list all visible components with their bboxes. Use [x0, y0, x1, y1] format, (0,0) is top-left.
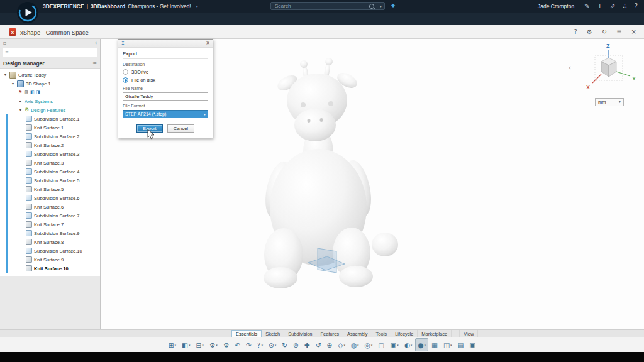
grid-icon[interactable]: ▦ ▾	[429, 338, 440, 351]
expand-caret[interactable]: ▾	[18, 108, 23, 112]
close-icon[interactable]: ×	[631, 29, 636, 35]
chevron-down-icon[interactable]: ▾	[202, 343, 204, 347]
chevron-down-icon[interactable]: ▾	[371, 343, 373, 347]
radio-3ddrive[interactable]: 3DDrive	[123, 69, 208, 75]
tree-item[interactable]: Knit Surface.10	[0, 264, 100, 273]
redo-icon[interactable]: ↷ ▾	[243, 338, 254, 351]
tree-item[interactable]: Subdivision Surface.4	[0, 167, 100, 176]
chevron-down-icon[interactable]: ▾	[616, 99, 623, 106]
pan-icon[interactable]: ✚ ▾	[302, 338, 313, 351]
tree-item[interactable]: Knit Surface.9	[0, 255, 100, 264]
radio-file-on-disk[interactable]: File on disk	[123, 77, 208, 83]
hidden-edges-icon[interactable]: ▢ ▾	[375, 338, 387, 351]
zoom-area-icon[interactable]: ⊙ ▾	[266, 338, 279, 351]
ribbon-tab[interactable]: Sketch	[262, 330, 284, 337]
wireframe-icon[interactable]: ◍ ▾	[348, 338, 362, 351]
tree-item[interactable]: Knit Surface.7	[0, 220, 100, 229]
tree-node-giraffe-teddy[interactable]: ▾ Giraffe Teddy	[0, 70, 100, 79]
tree-node-design-features[interactable]: ▾ ⚙ Design Features	[0, 106, 100, 114]
file-name-input[interactable]	[123, 92, 208, 101]
tree-node-axis-systems[interactable]: ▸ Axis Systems	[0, 97, 100, 106]
material-icon[interactable]: ◐ ▾	[402, 338, 415, 351]
zoom-icon[interactable]: ⊕ ▾	[325, 338, 335, 351]
tree-item[interactable]: Subdivision Surface.6	[0, 194, 100, 202]
tree-item[interactable]: Knit Surface.5	[0, 185, 100, 194]
tree-filter-input[interactable]	[11, 49, 95, 56]
expand-caret[interactable]: ▾	[3, 73, 8, 77]
chevron-down-icon[interactable]: ▾	[343, 343, 345, 347]
menu-icon[interactable]: ≡	[616, 29, 621, 35]
search-input[interactable]	[274, 3, 367, 9]
tree-item[interactable]: Subdivision Surface.9	[0, 229, 100, 238]
update-icon[interactable]: ↻ ▾	[279, 338, 290, 351]
export-icon[interactable]: ⊟ ▾	[194, 338, 206, 351]
ribbon-tab[interactable]: View	[459, 330, 478, 337]
split-view-icon[interactable]: ◫ ▾	[441, 338, 454, 351]
cancel-button[interactable]: Cancel	[167, 124, 194, 133]
tree-item[interactable]: Knit Surface.8	[0, 238, 100, 246]
chevron-down-icon[interactable]: ▾	[357, 343, 359, 347]
view-compass[interactable]: Z X Y	[577, 40, 640, 98]
center-view-icon[interactable]: ⊚ ▾	[291, 338, 301, 351]
tree-item[interactable]: Subdivision Surface.3	[0, 150, 100, 158]
undo-icon[interactable]: ↶ ▾	[232, 338, 243, 351]
tree-item[interactable]: Subdivision Surface.2	[0, 132, 100, 141]
tree-item[interactable]: Subdivision Surface.1	[0, 114, 100, 123]
help-icon[interactable]: ?	[635, 3, 638, 9]
ribbon-tab[interactable]: Lifecycle	[391, 330, 418, 337]
help-icon[interactable]: ?	[574, 29, 577, 35]
shaded-view-icon[interactable]: ● ▾	[415, 338, 428, 351]
search-icon[interactable]	[369, 4, 374, 9]
dashboard-context[interactable]: Champions - Get Involved!	[128, 3, 191, 9]
panel-dock-icon[interactable]: ▫	[3, 41, 6, 46]
cylinder-view-icon[interactable]: ◎ ▾	[362, 338, 375, 351]
chevron-down-icon[interactable]: ▾	[411, 343, 413, 347]
tree-item[interactable]: Knit Surface.6	[0, 202, 100, 211]
import-icon[interactable]: ⊞ ▾	[166, 338, 179, 351]
tree-item[interactable]: Subdivision Surface.5	[0, 176, 100, 185]
global-search[interactable]: ▾	[270, 2, 385, 10]
ribbon-tab[interactable]: Tools	[372, 330, 392, 337]
search-options-caret[interactable]: ▾	[380, 4, 382, 8]
mesh-rep-icon[interactable]: ▨	[24, 90, 28, 95]
radio-circle-checked[interactable]	[123, 77, 128, 83]
rotate-icon[interactable]: ↺ ▾	[313, 338, 324, 351]
options-gear-icon[interactable]: ⚙ ▾	[221, 338, 231, 351]
user-name[interactable]: Jade Crompton	[538, 3, 574, 9]
right-panel-collapse-chevron[interactable]: ‹	[569, 64, 571, 71]
units-dropdown[interactable]: mm ▾	[595, 98, 624, 106]
flag-icon[interactable]: ⚑	[18, 90, 22, 95]
chevron-down-icon[interactable]: ▾	[275, 343, 277, 347]
screen-icon[interactable]: ▣ ▾	[467, 338, 478, 351]
refresh-icon[interactable]: ↻	[602, 29, 607, 35]
layers-icon[interactable]: ▤ ▾	[455, 338, 466, 351]
tag-icon[interactable]: ◆	[391, 3, 395, 8]
tree-item[interactable]: Subdivision Surface.7	[0, 211, 100, 220]
add-icon[interactable]: +	[597, 3, 602, 9]
radio-circle[interactable]	[123, 69, 128, 75]
panel-collapse-chevron[interactable]: ‹	[95, 41, 97, 46]
dialog-close-icon[interactable]: ×	[206, 41, 210, 46]
settings-gear-icon[interactable]: ⚙	[587, 29, 592, 35]
ribbon-tab[interactable]: Essentials	[231, 330, 262, 337]
tree-node-3d-shape[interactable]: ▾ 3D Shape 1	[0, 79, 100, 88]
assistant-gear-icon[interactable]: ⚙ ▾	[207, 338, 220, 351]
chevron-down-icon[interactable]: ▾	[450, 343, 452, 347]
chevron-down-icon[interactable]: ▾	[175, 343, 177, 347]
share-icon[interactable]: ⇗	[610, 3, 615, 9]
chevron-down-icon[interactable]: ▾	[261, 343, 263, 347]
chevron-down-icon[interactable]: ▾	[189, 343, 191, 347]
solid-box-icon[interactable]: ▣ ▾	[387, 338, 401, 351]
section-icon[interactable]: ◧ ▾	[179, 338, 192, 351]
panel-menu-icon[interactable]: ≡	[92, 61, 97, 66]
tree-item[interactable]: Knit Surface.1	[0, 123, 100, 132]
half-shaded-right-icon[interactable]: ◨	[36, 90, 41, 95]
export-button[interactable]: Export	[136, 124, 163, 133]
community-icon[interactable]: ∴	[623, 3, 626, 9]
ribbon-tab[interactable]: Features	[316, 330, 343, 337]
pen-icon[interactable]: ✎	[584, 3, 589, 9]
half-shaded-left-icon[interactable]: ◧	[30, 90, 35, 95]
ribbon-tab[interactable]: Marketplace	[418, 330, 452, 337]
ribbon-tab[interactable]: Assembly	[343, 330, 372, 337]
tree-item[interactable]: Knit Surface.2	[0, 141, 100, 150]
